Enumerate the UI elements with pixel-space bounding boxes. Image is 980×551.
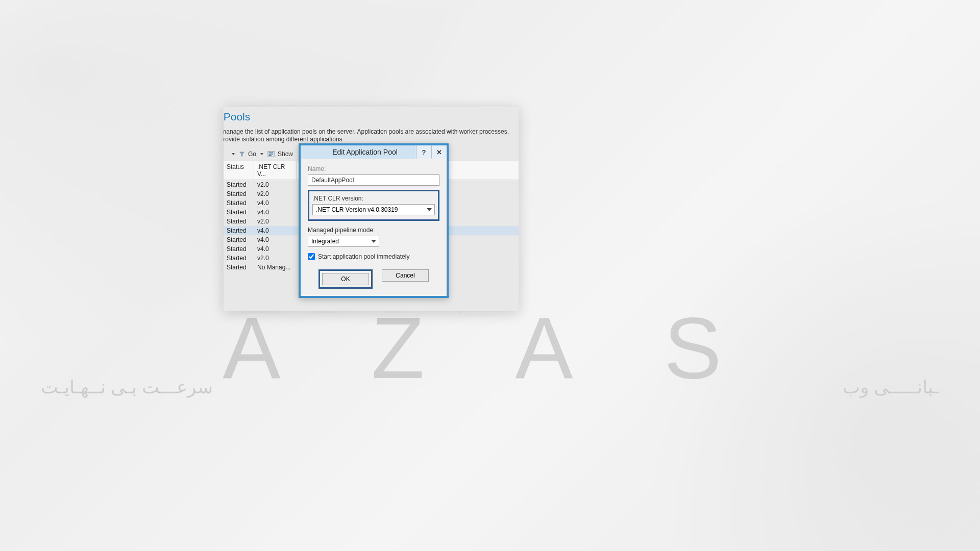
cell-clr: v4.0 xyxy=(254,198,297,208)
cell-status: Started xyxy=(224,254,254,263)
cell-clr: v2.0 xyxy=(254,180,297,189)
cell-clr: v2.0 xyxy=(254,254,297,263)
dialog-title: Edit Application Pool xyxy=(301,145,416,159)
name-field xyxy=(308,174,439,186)
watermark-sub-left: سرعـــت بـی نــهـایـت xyxy=(41,377,213,398)
cell-clr: v4.0 xyxy=(254,244,297,254)
dialog-titlebar[interactable]: Edit Application Pool ? ✕ xyxy=(301,145,447,159)
name-label: Name: xyxy=(308,165,326,172)
close-button[interactable]: ✕ xyxy=(431,145,447,159)
pipeline-mode-label: Managed pipeline mode: xyxy=(308,227,375,234)
cell-status: Started xyxy=(224,208,254,217)
svg-rect-2 xyxy=(269,154,274,155)
clr-version-label: .NET CLR version: xyxy=(312,195,363,202)
cell-status: Started xyxy=(224,198,254,208)
pipeline-mode-select[interactable]: Integrated xyxy=(308,236,379,247)
watermark-subtext: سرعـــت بـی نــهـایـت ـبانـــــی وب xyxy=(41,377,939,398)
ok-button[interactable]: OK xyxy=(322,273,369,285)
dropdown-caret-icon xyxy=(232,153,235,155)
clr-version-select[interactable]: .NET CLR Version v4.0.30319 xyxy=(312,204,435,215)
show-all-icon[interactable] xyxy=(267,151,275,157)
cell-clr: v4.0 xyxy=(254,208,297,217)
cell-status: Started xyxy=(224,226,254,235)
cell-status: Started xyxy=(224,263,254,272)
page-title: tion Pools xyxy=(224,107,519,128)
filter-icon[interactable] xyxy=(239,151,245,157)
cell-clr: v2.0 xyxy=(254,189,297,198)
col-clr[interactable]: .NET CLR V... xyxy=(254,161,297,180)
go-caret-icon xyxy=(260,153,263,155)
go-label: Go xyxy=(248,151,256,158)
cell-status: Started xyxy=(224,189,254,198)
help-icon: ? xyxy=(422,148,426,156)
clr-version-group: .NET CLR version: .NET CLR Version v4.0.… xyxy=(308,190,439,221)
cell-status: Started xyxy=(224,244,254,254)
cancel-button[interactable]: Cancel xyxy=(382,269,429,282)
col-status[interactable]: Status xyxy=(224,161,254,180)
close-icon: ✕ xyxy=(436,148,442,156)
cell-clr: v4.0 xyxy=(254,226,297,235)
ok-highlight-box: OK xyxy=(318,269,373,289)
watermark-text: A Z A S xyxy=(0,298,980,398)
iis-screenshot: tion Pools w and manage the list of appl… xyxy=(224,107,519,311)
show-label: Show xyxy=(278,151,293,158)
page-description: w and manage the list of application poo… xyxy=(224,128,519,143)
cell-status: Started xyxy=(224,235,254,244)
start-immediately-label[interactable]: Start application pool immediately xyxy=(318,253,409,260)
svg-rect-1 xyxy=(269,153,274,154)
cell-status: Started xyxy=(224,217,254,226)
edit-app-pool-dialog: Edit Application Pool ? ✕ Name: .NET CLR… xyxy=(299,143,449,298)
watermark-sub-right: ـبانـــــی وب xyxy=(843,377,939,398)
cell-clr: No Manag... xyxy=(254,263,297,272)
cell-clr: v2.0 xyxy=(254,217,297,226)
cell-status: Started xyxy=(224,180,254,189)
help-button[interactable]: ? xyxy=(416,145,431,159)
start-immediately-checkbox[interactable] xyxy=(308,253,315,260)
svg-rect-3 xyxy=(269,155,272,156)
cell-clr: v4.0 xyxy=(254,235,297,244)
